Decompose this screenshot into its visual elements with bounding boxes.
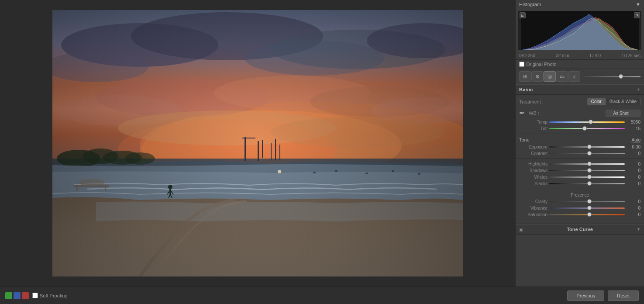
tone-label: Tone <box>519 137 530 142</box>
tint-value: – 15 <box>627 126 641 131</box>
graduated-btn[interactable]: ▭ <box>556 71 568 82</box>
shadows-slider[interactable] <box>549 170 625 171</box>
clarity-value: 0 <box>627 199 641 204</box>
red-eye-btn[interactable]: ◎ <box>544 71 556 82</box>
eyedropper-icon[interactable]: ✒ <box>519 109 525 117</box>
divider-4 <box>516 220 644 220</box>
original-photo-checkbox[interactable] <box>519 62 524 67</box>
clip-shadows-btn[interactable]: ◣ <box>520 12 526 18</box>
clarity-slider-row: Clarity 0 <box>516 198 644 205</box>
basic-panel: Basic ▼ Treatment : Color Black & White … <box>516 84 644 224</box>
temp-value: 5050 <box>627 120 641 124</box>
photo-canvas <box>52 10 463 276</box>
wb-select[interactable]: As Shot Auto Daylight Cloudy Shade Custo… <box>606 110 641 117</box>
saturation-slider-row: Saturation 0 <box>516 211 644 218</box>
vibrance-slider[interactable] <box>549 207 625 209</box>
blacks-label: Blacks <box>519 181 548 186</box>
clarity-thumb[interactable] <box>587 199 592 204</box>
photo-image <box>52 10 463 276</box>
whites-label: Whites <box>519 175 548 180</box>
tone-curve-title: Tone Curve <box>523 227 637 232</box>
tint-slider-row: Tint – 15 <box>516 125 644 132</box>
divider-1 <box>516 134 644 134</box>
histogram-container: ◣ ◥ <box>518 11 641 50</box>
highlights-slider-row: Highlights 0 <box>516 161 644 167</box>
clarity-slider[interactable] <box>549 201 625 202</box>
temp-slider-row: Temp 5050 <box>516 119 644 125</box>
divider-2 <box>516 159 644 159</box>
clip-highlights-btn[interactable]: ◥ <box>634 12 640 18</box>
temp-slider[interactable] <box>549 121 625 123</box>
tint-slider[interactable] <box>549 128 625 129</box>
basic-collapse-icon[interactable]: ▼ <box>637 87 641 92</box>
clarity-label: Clarity <box>519 199 548 204</box>
tools-row: ⊞ ⊕ ◎ ▭ ○ <box>516 69 644 84</box>
exif-iso: ISO 250 <box>519 53 535 58</box>
treatment-buttons: Color Black & White <box>587 98 641 105</box>
exif-shutter: 1/125 sec <box>622 53 641 58</box>
histogram-clip-left[interactable]: ◣ <box>520 12 526 18</box>
whites-slider[interactable] <box>549 176 625 178</box>
contrast-slider[interactable] <box>549 153 625 154</box>
highlights-slider[interactable] <box>549 163 625 165</box>
tool-brightness-slider[interactable] <box>583 76 641 77</box>
saturation-slider[interactable] <box>549 214 625 215</box>
previous-btn[interactable]: Previous <box>567 290 604 301</box>
whites-value: 0 <box>627 175 641 180</box>
original-photo-row: Original Photo <box>516 60 644 69</box>
saturation-thumb[interactable] <box>587 212 592 217</box>
exposure-slider[interactable] <box>549 146 625 148</box>
tone-curve-collapse[interactable]: ▼ <box>637 227 641 231</box>
shadows-thumb[interactable] <box>587 168 592 173</box>
spot-heal-btn[interactable]: ⊕ <box>531 71 544 82</box>
histogram-header: Histogram ▼ <box>516 0 644 9</box>
auto-tone-btn[interactable]: Auto <box>631 138 641 142</box>
divider-3 <box>516 189 644 189</box>
temp-thumb[interactable] <box>589 120 593 124</box>
basic-section-header[interactable]: Basic ▼ <box>516 84 644 95</box>
shadows-label: Shadows <box>519 168 548 173</box>
contrast-label: Contrast <box>519 151 548 156</box>
treatment-label: Treatment : <box>519 99 544 104</box>
shadows-value: 0 <box>627 168 641 173</box>
contrast-thumb[interactable] <box>587 151 592 155</box>
contrast-value: 0 <box>627 151 641 156</box>
histogram-dropdown-icon[interactable]: ▼ <box>636 2 641 7</box>
whites-slider-row: Whites 0 <box>516 174 644 180</box>
exposure-thumb[interactable] <box>587 145 592 149</box>
exposure-label: Exposure <box>519 145 548 149</box>
radial-btn[interactable]: ○ <box>568 71 580 82</box>
vibrance-thumb[interactable] <box>587 206 592 210</box>
blacks-value: 0 <box>627 181 641 186</box>
highlights-thumb[interactable] <box>587 162 592 166</box>
tint-thumb[interactable] <box>582 126 587 131</box>
basic-panel-content: Treatment : Color Black & White ✒ WB : A… <box>516 95 644 224</box>
soft-proofing-checkbox[interactable] <box>32 293 38 298</box>
green-color-sq[interactable] <box>5 292 12 299</box>
histogram-title: Histogram <box>519 2 541 7</box>
whites-thumb[interactable] <box>587 175 592 179</box>
highlights-label: Highlights <box>519 162 548 166</box>
presence-label: Presence <box>516 191 644 198</box>
tone-curve-section[interactable]: ▣ Tone Curve ▼ <box>516 224 644 235</box>
exif-aperture: f / 4.0 <box>590 53 601 58</box>
reset-btn[interactable]: Reset <box>608 290 639 301</box>
histogram-chart <box>518 11 641 50</box>
treatment-row: Treatment : Color Black & White <box>516 97 644 107</box>
bw-treatment-btn[interactable]: Black & White <box>606 98 641 105</box>
bottom-left: Soft Proofing <box>5 292 68 299</box>
vibrance-label: Vibrance <box>519 206 548 211</box>
basic-title: Basic <box>519 87 533 92</box>
blacks-thumb[interactable] <box>587 181 592 186</box>
wb-label: WB : <box>529 111 539 116</box>
grid-tool-btn[interactable]: ⊞ <box>519 71 531 82</box>
histogram-clip-right[interactable]: ◥ <box>634 12 640 18</box>
color-treatment-btn[interactable]: Color <box>587 98 606 105</box>
blacks-slider[interactable] <box>549 183 625 184</box>
red-color-sq[interactable] <box>22 292 29 299</box>
exif-focal: 32 mm <box>556 53 569 58</box>
highlights-value: 0 <box>627 162 641 166</box>
exposure-value: 0.00 <box>627 145 641 149</box>
blue-color-sq[interactable] <box>14 292 21 299</box>
shadows-slider-row: Shadows 0 <box>516 167 644 174</box>
